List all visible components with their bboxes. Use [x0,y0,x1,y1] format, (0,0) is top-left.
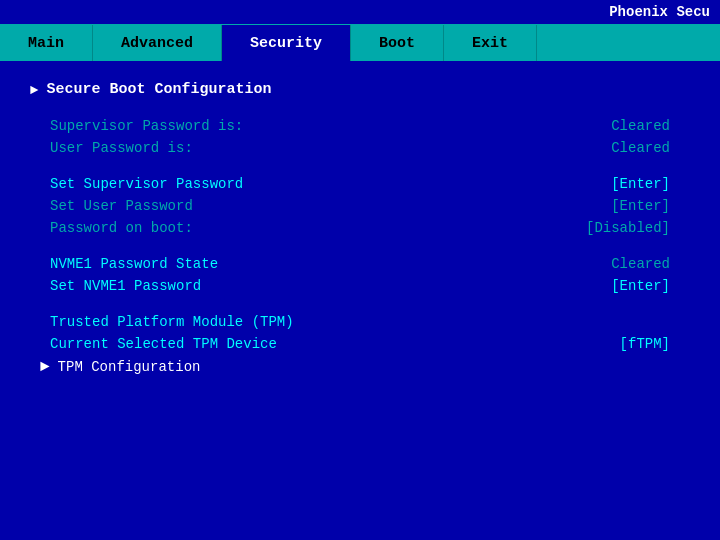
supervisor-status-row: Supervisor Password is: Cleared [30,118,690,134]
section-arrow-icon: ► [30,82,38,98]
supervisor-status-label: Supervisor Password is: [50,118,243,134]
nvme-state-value: Cleared [611,256,670,272]
tab-exit[interactable]: Exit [444,25,537,61]
nvme-state-row: NVME1 Password State Cleared [30,256,690,272]
tpm-module-row: Trusted Platform Module (TPM) [30,314,690,330]
user-status-value: Cleared [611,140,670,156]
supervisor-status-value: Cleared [611,118,670,134]
tpm-device-row: Current Selected TPM Device [fTPM] [30,336,690,352]
tab-boot[interactable]: Boot [351,25,444,61]
phoenix-logo: Phoenix Secu [609,4,710,20]
tab-advanced[interactable]: Advanced [93,25,222,61]
set-supervisor-value: [Enter] [611,176,670,192]
tpm-config-arrow-icon: ► [40,358,50,376]
set-user-label: Set User Password [50,198,193,214]
set-nvme-value: [Enter] [611,278,670,294]
set-supervisor-label: Set Supervisor Password [50,176,243,192]
tab-main[interactable]: Main [0,25,93,61]
password-boot-label: Password on boot: [50,220,193,236]
section-title: Secure Boot Configuration [46,81,271,98]
password-boot-row[interactable]: Password on boot: [Disabled] [30,220,690,236]
set-supervisor-row[interactable]: Set Supervisor Password [Enter] [30,176,690,192]
section-header: ► Secure Boot Configuration [30,81,690,98]
user-status-label: User Password is: [50,140,193,156]
nav-tabs: Main Advanced Security Boot Exit [0,25,720,61]
user-status-row: User Password is: Cleared [30,140,690,156]
tpm-config-label: TPM Configuration [58,359,201,375]
set-user-row[interactable]: Set User Password [Enter] [30,198,690,214]
tpm-device-label: Current Selected TPM Device [50,336,277,352]
bios-screen: Phoenix Secu Main Advanced Security Boot… [0,0,720,540]
password-boot-value: [Disabled] [586,220,670,236]
nvme-state-label: NVME1 Password State [50,256,218,272]
set-nvme-label: Set NVME1 Password [50,278,201,294]
tpm-device-value: [fTPM] [620,336,670,352]
top-bar: Phoenix Secu [0,0,720,25]
set-user-value: [Enter] [611,198,670,214]
tab-security[interactable]: Security [222,25,351,61]
main-content: ► Secure Boot Configuration Supervisor P… [0,61,720,402]
tpm-module-label: Trusted Platform Module (TPM) [50,314,294,330]
set-nvme-row[interactable]: Set NVME1 Password [Enter] [30,278,690,294]
tpm-config-row[interactable]: ► TPM Configuration [30,358,690,376]
